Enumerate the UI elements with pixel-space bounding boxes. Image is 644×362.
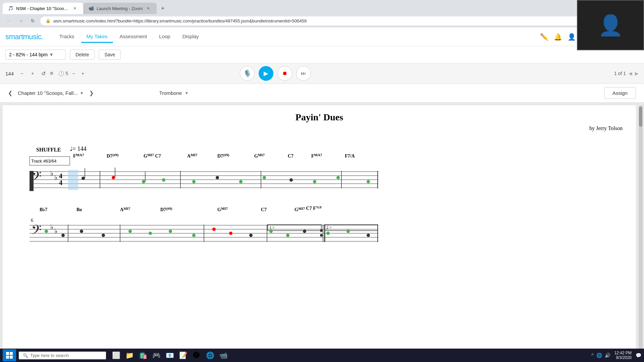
save-button[interactable]: Save — [99, 50, 121, 60]
svg-text:GMI7: GMI7 — [254, 153, 265, 159]
prev-piece-button[interactable]: ❮ — [8, 90, 12, 96]
svg-point-77 — [286, 234, 289, 237]
svg-rect-61 — [268, 225, 321, 231]
search-icon: 🔍 — [23, 353, 28, 358]
svg-text:FMA7: FMA7 — [73, 153, 84, 159]
skip-forward-button[interactable]: ⏭ — [296, 66, 311, 81]
taskbar-explorer[interactable]: 📁 — [123, 349, 136, 361]
delete-button[interactable]: Delete — [70, 50, 95, 60]
svg-text:F7/A: F7/A — [345, 154, 355, 159]
score-title: Payin' Dues — [16, 112, 623, 123]
url-text: asm.smartmusic.com/index.html?bundle=htt… — [53, 18, 598, 23]
mic-button[interactable]: 🎙️ — [240, 66, 255, 81]
lock-icon: 🔒 — [46, 18, 51, 23]
score-content: Payin' Dues by Jerry Tolson SHUFFLE ♩= 1… — [3, 105, 636, 362]
svg-rect-19 — [68, 170, 78, 190]
toolbar: 2 - 82% - 144 bpm ▼ Delete Save — [0, 46, 644, 63]
start-button[interactable] — [3, 349, 16, 361]
scroll-thumb[interactable] — [639, 107, 642, 127]
svg-point-35 — [263, 176, 266, 179]
notifications-button[interactable]: 💬 — [636, 353, 641, 358]
volume-icon[interactable]: 🔊 — [605, 353, 610, 358]
taskbar-zoom[interactable]: 📹 — [217, 349, 229, 361]
forward-button[interactable]: → — [16, 16, 25, 25]
tempo-select[interactable]: 2 - 82% - 144 bpm ▼ — [5, 50, 66, 60]
svg-point-31 — [162, 178, 165, 182]
svg-rect-92 — [10, 352, 13, 355]
svg-point-39 — [367, 180, 370, 183]
nav-links: Tracks My Takes Assessment Loop Display — [54, 31, 204, 43]
new-tab-button[interactable]: + — [158, 4, 167, 13]
app-nav: smartmusic. Tracks My Takes Assessment L… — [0, 27, 644, 46]
bell-icon[interactable]: 🔔 — [554, 33, 562, 41]
taskbar-store[interactable]: 🛍️ — [137, 349, 149, 361]
svg-point-68 — [102, 234, 105, 237]
taskbar-word[interactable]: 📝 — [177, 349, 189, 361]
svg-text:D7(#9): D7(#9) — [107, 153, 119, 159]
playback-bar: 144 − + ↺ ≡ 🕐 5 − + 🎙️ ▶ ⏺ ⏭ 1 of 1 ◀ ▶ — [0, 63, 644, 84]
user-icon[interactable]: 👤 — [568, 33, 576, 41]
lines-icon[interactable]: ≡ — [50, 70, 53, 76]
svg-text:6: 6 — [31, 218, 33, 223]
taskbar-clock[interactable]: 12:42 PM 9/3/2020 — [614, 351, 632, 360]
tempo-increase-button[interactable]: + — [29, 69, 37, 77]
countdown-increase-button[interactable]: + — [79, 69, 87, 77]
svg-text:AMI7: AMI7 — [120, 206, 130, 212]
instrument-dropdown[interactable]: ▼ — [184, 91, 189, 96]
taskbar-app3[interactable]: 🎮 — [150, 349, 162, 361]
reset-button[interactable]: ↺ — [39, 69, 47, 77]
nav-tracks[interactable]: Tracks — [54, 31, 79, 43]
next-piece-button[interactable]: ❯ — [89, 90, 94, 96]
svg-point-36 — [289, 178, 293, 182]
play-button[interactable]: ▶ — [259, 66, 273, 81]
instrument-name: Trombone — [159, 90, 182, 96]
svg-rect-63 — [325, 225, 378, 231]
taskbar-outlook[interactable]: 📧 — [164, 349, 176, 361]
piece-title-dropdown[interactable]: ▼ — [80, 91, 84, 96]
svg-text:2 >: 2 > — [326, 225, 332, 230]
taskbar-app4[interactable]: 🅣 — [191, 349, 203, 361]
score-scrollbar[interactable] — [639, 105, 643, 362]
svg-point-88 — [320, 229, 323, 232]
svg-text:GMI7: GMI7 — [217, 206, 228, 212]
address-bar[interactable]: 🔒 asm.smartmusic.com/index.html?bundle=h… — [40, 16, 604, 25]
svg-text:♭: ♭ — [54, 174, 57, 181]
nav-my-takes[interactable]: My Takes — [81, 31, 113, 43]
taskbar-search[interactable]: 🔍 Type here to search — [19, 352, 106, 359]
taskbar-chrome[interactable]: 🌐 — [204, 349, 216, 361]
system-tray-expand[interactable]: ^ — [591, 353, 594, 358]
tab-1-close[interactable]: ✕ — [72, 5, 78, 11]
svg-text:4: 4 — [59, 172, 62, 180]
reload-button[interactable]: ↻ — [28, 16, 38, 25]
svg-text:FMA7: FMA7 — [311, 153, 322, 159]
svg-text:♭: ♭ — [54, 227, 57, 235]
tempo-decrease-button[interactable]: − — [18, 69, 26, 77]
taskbar-task-view[interactable]: ⬜ — [110, 349, 122, 361]
network-icon[interactable]: 🌐 — [596, 353, 602, 358]
tab-1-favicon: 🎵 — [8, 6, 13, 11]
svg-text:Track #63/64: Track #63/64 — [31, 159, 56, 164]
tab-2[interactable]: 📹 Launch Meeting - Zoom ✕ — [83, 3, 157, 14]
record-button[interactable]: ⏺ — [277, 66, 292, 81]
nav-display[interactable]: Display — [177, 31, 204, 43]
svg-text:1 >: 1 > — [269, 225, 275, 230]
countdown-decrease-button[interactable]: − — [69, 69, 77, 77]
nav-loop[interactable]: Loop — [154, 31, 175, 43]
tab-1[interactable]: 🎵 NSM - Chapter 10 "Scoops, ✕ — [3, 3, 83, 14]
back-button[interactable]: ← — [4, 16, 13, 25]
prev-page-button[interactable]: ◀ — [629, 71, 632, 76]
countdown-value: 5 — [65, 71, 68, 76]
svg-point-72 — [192, 234, 196, 237]
tab-2-close[interactable]: ✕ — [145, 5, 151, 11]
tempo-select-value: 2 - 82% - 144 bpm — [9, 52, 48, 57]
assign-button[interactable]: Assign — [604, 87, 636, 99]
next-page-button[interactable]: ▶ — [635, 71, 639, 76]
score-area: Payin' Dues by Jerry Tolson SHUFFLE ♩= 1… — [0, 103, 644, 362]
svg-point-78 — [303, 230, 306, 233]
piece-title-text: Chapter 10 "Scoops, Fall... — [18, 90, 78, 96]
nav-assessment[interactable]: Assessment — [114, 31, 153, 43]
taskbar-icons: ^ 🌐 🔊 — [591, 353, 610, 358]
address-bar-row: ← → ↻ 🔒 asm.smartmusic.com/index.html?bu… — [0, 14, 644, 27]
pencil-icon[interactable]: ✏️ — [540, 33, 548, 41]
tab-2-title: Launch Meeting - Zoom — [97, 6, 143, 11]
